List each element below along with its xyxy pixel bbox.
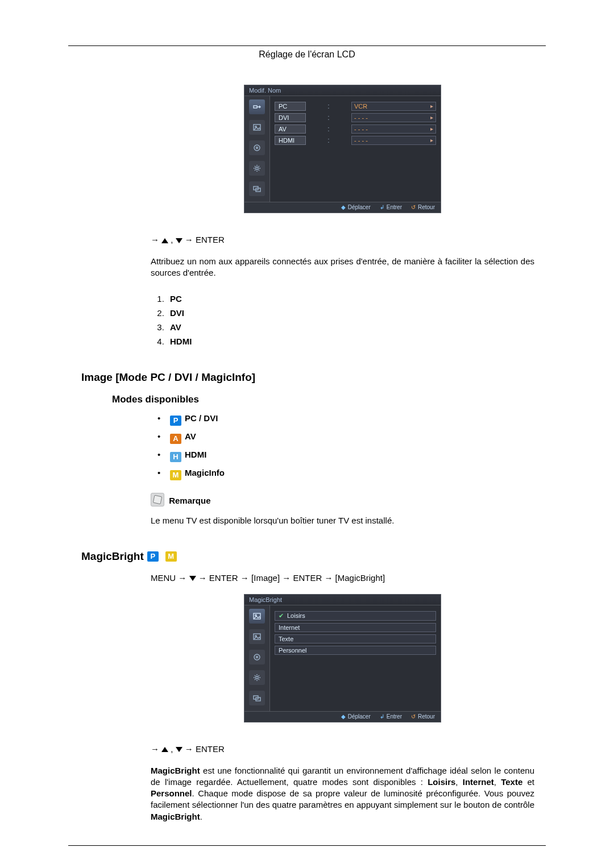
menu-path: MENU → → ENTER → [Image] → ENTER → [Magi… [151,573,534,583]
paragraph-assign-name: Attribuez un nom aux appareils connectés… [151,256,534,279]
osd-row-value: - - - - [351,113,436,122]
list-item: PPC / DVI [157,413,534,426]
sound-icon [249,140,265,155]
osd-row-sep: : [306,102,351,110]
osd-row-label: DVI [275,113,306,122]
svg-point-12 [254,654,260,660]
osd-row-sep: : [306,114,351,122]
list-item: AAV [157,431,534,444]
picture2-icon [249,629,265,644]
svg-point-3 [254,145,260,151]
footer-rule [68,845,546,846]
badge-m-icon: M [170,470,181,480]
header-rule [68,45,546,46]
osd-title: MagicBright [244,595,441,605]
osd-footer-enter: ↲Entrer [380,204,402,210]
osd-row-label: AV [275,124,306,134]
osd-row-label: PC [275,102,306,111]
svg-point-9 [255,614,256,616]
svg-rect-0 [254,106,257,108]
list-item: AV [167,322,534,332]
osd-row-value: - - - - [351,136,436,145]
picture-icon [249,120,265,135]
svg-point-13 [256,656,258,658]
input-icon [249,99,265,114]
picture-icon [249,609,265,624]
osd-footer-return: ↺Retour [411,713,435,720]
osd-row-value: VCR [351,102,436,111]
sound-icon [249,650,265,665]
note-icon [151,493,164,506]
check-icon: ✔ [279,612,284,619]
osd-footer-return: ↺Retour [411,204,435,210]
up-arrow-icon [161,747,168,752]
osd-row-sep: : [306,125,351,133]
badge-m-icon: M [165,551,177,562]
osd-row: Personnel [275,646,436,655]
osd-footer: ◆Déplacer ↲Entrer ↺Retour [244,711,441,722]
badge-p-icon: P [147,551,159,562]
multi-icon [249,691,265,705]
setup-icon [249,670,265,685]
osd-row-value: Texte [275,634,436,643]
osd-title: Modif. Nom [244,85,441,96]
section-heading-magicbright: MagicBright P M [81,550,534,563]
list-item: HDMI [167,337,534,346]
osd-row-value: - - - - [351,124,436,134]
nav-sequence: → , → ENTER [151,235,534,244]
nav-sequence: → , → ENTER [151,744,534,754]
note-heading: Remarque [151,493,534,506]
osd-magicbright: MagicBright [244,594,441,722]
svg-point-4 [256,147,258,149]
up-arrow-icon [161,238,168,243]
osd-row: ✔Loisirs [275,611,436,621]
osd-row: HDMI : - - - - [275,136,436,145]
osd-row-value: Internet [275,623,436,632]
setup-icon [249,161,265,176]
osd-row-value: ✔Loisirs [275,611,436,621]
osd-edit-name: Modif. Nom [244,85,441,213]
osd-footer-move: ◆Déplacer [341,713,371,720]
badge-h-icon: H [170,452,181,462]
modes-list: PPC / DVI AAV HHDMI MMagicInfo [151,413,534,480]
list-item: HHDMI [157,450,534,462]
osd-row: AV : - - - - [275,124,436,134]
svg-point-5 [256,167,258,169]
osd-row: Internet [275,623,436,632]
osd-row: Texte [275,634,436,643]
badge-p-icon: P [170,416,181,426]
osd-row: PC : VCR [275,102,436,111]
svg-point-14 [256,676,258,678]
multi-icon [249,181,265,196]
section-heading-image-mode: Image [Mode PC / DVI / MagicInfo] [81,371,534,384]
osd-row: DVI : - - - - [275,113,436,122]
list-item: MMagicInfo [157,468,534,480]
osd-row-sep: : [306,136,351,144]
osd-row-label: HDMI [275,136,306,145]
osd-sidebar [244,605,270,711]
osd-footer: ◆Déplacer ↲Entrer ↺Retour [244,202,441,213]
osd-row-value: Personnel [275,646,436,655]
list-item: DVI [167,308,534,318]
osd-sidebar [244,96,270,202]
down-arrow-icon [189,576,196,581]
numbered-list-inputs: PC DVI AV HDMI [151,294,534,346]
osd-main: PC : VCR DVI : - - - - AV : - - - - [270,96,441,202]
osd-footer-enter: ↲Entrer [380,713,402,720]
badge-a-icon: A [170,434,181,444]
subheading-modes: Modes disponibles [81,394,534,405]
list-item: PC [167,294,534,304]
page-header-title: Réglage de l'écran LCD [0,49,614,60]
down-arrow-icon [176,747,182,752]
osd-footer-move: ◆Déplacer [341,204,371,210]
down-arrow-icon [176,238,182,243]
paragraph-magicbright-desc: MagicBright est une fonctionnalité qui g… [151,765,534,823]
osd-main: ✔Loisirs Internet Texte Personnel [270,605,441,711]
note-text: Le menu TV est disponible lorsqu'un boît… [151,516,534,525]
